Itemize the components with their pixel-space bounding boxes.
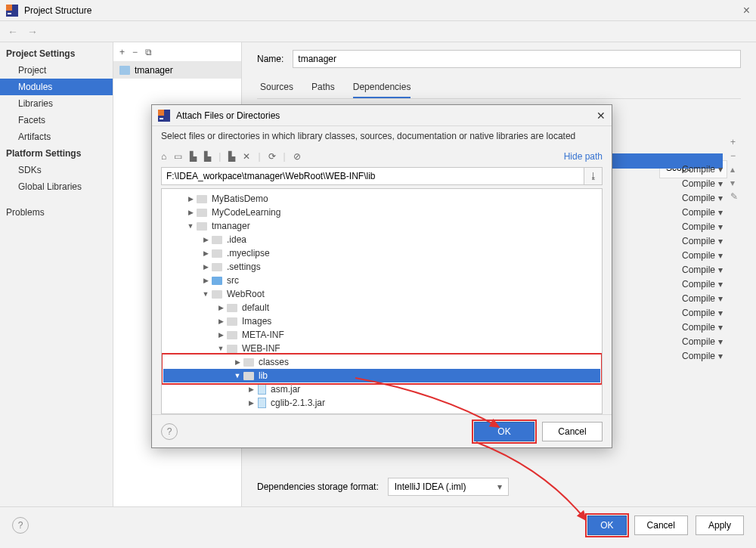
scope-item[interactable]: Compile▾	[662, 163, 723, 175]
edit-dependency-icon[interactable]: ✎	[730, 191, 738, 202]
storage-select[interactable]: IntelliJ IDEA (.iml) ▾	[388, 478, 509, 496]
footer: ? OK Cancel Apply	[0, 506, 756, 543]
sidebar-item-facets[interactable]: Facets	[0, 112, 113, 128]
scope-item[interactable]: Compile▾	[662, 349, 723, 362]
tree-row[interactable]: ▼WebRoot	[162, 287, 602, 301]
tree-row[interactable]: ▼WEB-INF	[162, 342, 602, 355]
scope-item[interactable]: Compile▾	[662, 249, 723, 262]
dialog-cancel-button[interactable]: Cancel	[542, 422, 603, 441]
tree-row[interactable]: ▶cglib-2.1.3.jar	[162, 396, 602, 410]
folder-nav-icon[interactable]: ▙	[190, 151, 197, 162]
tab-sources[interactable]: Sources	[260, 77, 293, 98]
tree-row-selected[interactable]: ▼lib	[163, 369, 600, 382]
tab-dependencies[interactable]: Dependencies	[353, 77, 411, 98]
tree-row[interactable]: ▶META-INF	[162, 328, 602, 342]
tree-row[interactable]: ▼tmanager	[162, 219, 602, 233]
scope-item[interactable]: Compile▾	[662, 191, 723, 204]
jar-icon	[258, 384, 266, 395]
hide-path-link[interactable]: Hide path	[564, 151, 603, 162]
add-dependency-icon[interactable]: +	[730, 137, 738, 147]
ok-button[interactable]: OK	[587, 515, 626, 535]
tree-row[interactable]: ▶classes	[163, 355, 600, 369]
scope-item[interactable]: Compile▾	[662, 335, 723, 348]
scope-item[interactable]: Compile▾	[662, 206, 723, 218]
scope-item[interactable]: Compile▾	[662, 277, 723, 290]
tree-row[interactable]: ▶src	[162, 274, 602, 287]
path-input[interactable]	[161, 167, 584, 185]
module-item-tmanager[interactable]: tmanager	[113, 62, 241, 79]
chevron-down-icon: ▾	[718, 221, 723, 232]
tree-row[interactable]: ▶.settings	[162, 260, 602, 274]
scope-item[interactable]: Compile▾	[662, 234, 723, 247]
folder-move-icon[interactable]: ▙	[228, 151, 235, 162]
folder-icon	[212, 249, 222, 258]
dialog-ok-button[interactable]: OK	[474, 422, 534, 441]
chevron-down-icon: ▾	[718, 351, 723, 361]
module-item-label: tmanager	[135, 65, 173, 76]
tree-row[interactable]: ▶asm.jar	[162, 382, 602, 396]
delete-icon[interactable]: ✕	[243, 151, 250, 162]
folder-icon	[227, 317, 237, 326]
tab-paths[interactable]: Paths	[311, 77, 335, 98]
tree-row[interactable]: ▶MyCodeLearning	[162, 206, 602, 219]
storage-value: IntelliJ IDEA (.iml)	[395, 481, 466, 492]
jar-icon	[258, 398, 266, 408]
new-folder-icon[interactable]: ▙	[204, 151, 211, 162]
remove-dependency-icon[interactable]: −	[730, 150, 738, 161]
chevron-down-icon: ▾	[718, 265, 723, 275]
remove-icon[interactable]: −	[132, 47, 138, 57]
move-down-icon[interactable]: ▾	[730, 178, 738, 188]
dialog-title: Attach Files or Directories	[176, 110, 280, 121]
tree-row[interactable]: ▶Images	[162, 314, 602, 328]
home-icon[interactable]: ⌂	[161, 151, 166, 162]
cancel-button[interactable]: Cancel	[634, 515, 688, 535]
name-input[interactable]	[293, 50, 741, 68]
close-icon[interactable]: ×	[743, 4, 750, 17]
scope-item[interactable]: Compile▾	[662, 306, 723, 319]
path-input-row: ⭳	[161, 167, 603, 185]
dialog-close-icon[interactable]: ✕	[596, 110, 606, 122]
svg-rect-4	[158, 110, 164, 116]
sidebar-item-libraries[interactable]: Libraries	[0, 95, 113, 112]
intellij-icon	[6, 5, 18, 17]
copy-icon[interactable]: ⧉	[145, 47, 152, 57]
desktop-icon[interactable]: ▭	[174, 151, 182, 162]
folder-icon	[119, 66, 130, 75]
dialog-titlebar: Attach Files or Directories ✕	[152, 105, 612, 126]
apply-button[interactable]: Apply	[696, 515, 744, 535]
help-icon[interactable]: ?	[161, 423, 178, 440]
tabs: Sources Paths Dependencies	[257, 77, 741, 99]
move-up-icon[interactable]: ▴	[730, 164, 738, 175]
forward-icon[interactable]: →	[26, 26, 39, 38]
sidebar-item-problems[interactable]: Problems	[0, 204, 113, 221]
scope-item[interactable]: Compile▾	[662, 263, 723, 276]
refresh-icon[interactable]: ⟳	[268, 151, 276, 162]
scope-list: Compile▾ Compile▾ Compile▾ Compile▾ Comp…	[662, 163, 723, 362]
add-icon[interactable]: +	[119, 47, 125, 57]
scope-item[interactable]: Compile▾	[662, 320, 723, 333]
chevron-down-icon: ▾	[718, 193, 723, 203]
scope-item[interactable]: Compile▾	[662, 177, 723, 190]
show-hidden-icon[interactable]: ⊘	[293, 151, 301, 162]
folder-icon	[243, 358, 254, 367]
scope-item[interactable]: Compile▾	[662, 292, 723, 305]
name-row: Name:	[257, 50, 741, 68]
tree-row[interactable]: ▶.idea	[162, 233, 602, 246]
sidebar-item-modules[interactable]: Modules	[0, 79, 113, 95]
sidebar-item-sdks[interactable]: SDKs	[0, 162, 113, 178]
sidebar-item-project[interactable]: Project	[0, 62, 113, 79]
chevron-down-icon: ▾	[718, 336, 723, 347]
tree-row[interactable]: ▶default	[162, 301, 602, 314]
file-tree[interactable]: ▶MyBatisDemo ▶MyCodeLearning ▼tmanager ▶…	[161, 188, 603, 414]
sidebar-item-artifacts[interactable]: Artifacts	[0, 128, 113, 145]
scope-item[interactable]: Compile▾	[662, 220, 723, 233]
folder-icon	[227, 345, 237, 353]
storage-row: Dependencies storage format: IntelliJ ID…	[257, 469, 741, 499]
tree-row[interactable]: ▶.myeclipse	[162, 246, 602, 260]
sidebar-item-global-libraries[interactable]: Global Libraries	[0, 178, 113, 195]
history-icon[interactable]: ⭳	[584, 167, 603, 185]
tree-row[interactable]: ▶MyBatisDemo	[162, 192, 602, 206]
help-icon[interactable]: ?	[12, 517, 29, 534]
back-icon[interactable]: ←	[6, 26, 20, 38]
annotation-highlight: ▶classes ▼lib	[163, 355, 600, 382]
